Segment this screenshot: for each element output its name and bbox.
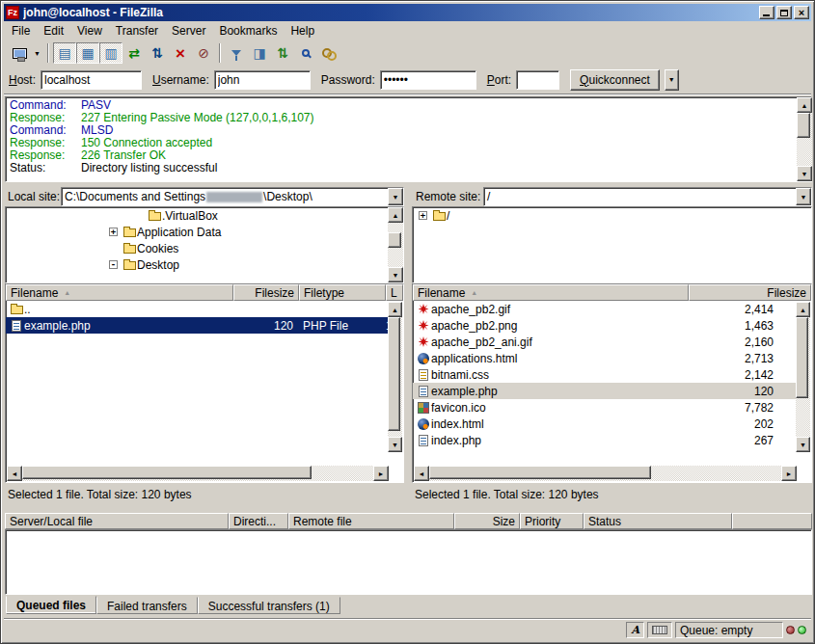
process-queue-button[interactable] (146, 42, 169, 64)
site-manager-button[interactable] (8, 42, 31, 64)
scrollbar-thumb[interactable] (388, 317, 400, 431)
maximize-button[interactable] (776, 6, 792, 19)
column-header-filename[interactable]: Filename▲ (6, 284, 233, 301)
scrollbar-thumb[interactable] (429, 466, 651, 479)
column-header-server-local-file[interactable]: Server/Local file (5, 513, 229, 529)
menu-help[interactable]: Help (284, 22, 321, 40)
tab-successful-transfers[interactable]: Successful transfers (1) (198, 597, 340, 614)
menu-edit[interactable]: Edit (37, 22, 70, 40)
tree-item[interactable]: + / (413, 207, 811, 224)
scrollbar-track[interactable] (388, 223, 403, 267)
local-tree-vertical-scrollbar[interactable]: ▲ ▼ (388, 207, 403, 282)
column-header-modified[interactable]: L (386, 284, 403, 301)
file-row[interactable]: bitnami.css2,142 (413, 366, 811, 383)
file-row[interactable]: apache_pb2.png1,463 (413, 317, 811, 334)
file-row[interactable]: apache_pb2_ani.gif2,160 (413, 334, 811, 350)
scrollbar-thumb[interactable] (797, 113, 810, 138)
scroll-down-icon[interactable]: ▼ (388, 437, 402, 452)
tree-item[interactable]: .VirtualBox (6, 207, 388, 224)
scrollbar-track[interactable] (797, 113, 812, 166)
column-header-filetype[interactable]: Filetype (299, 284, 386, 301)
scroll-up-icon[interactable]: ▲ (797, 97, 812, 113)
scrollbar-thumb[interactable] (388, 232, 401, 248)
remote-site-combo[interactable]: / (483, 187, 812, 206)
username-input[interactable] (214, 70, 311, 90)
scroll-down-icon[interactable]: ▼ (388, 267, 403, 282)
file-row-selected[interactable]: example.php 120 PHP File 1 (6, 317, 389, 334)
scroll-left-icon[interactable]: ◄ (414, 466, 429, 481)
scroll-up-icon[interactable]: ▲ (796, 302, 810, 317)
close-button[interactable]: × (794, 6, 809, 19)
column-header-size[interactable]: Size (454, 513, 520, 529)
scrollbar-track[interactable] (22, 466, 373, 481)
remote-list-horizontal-scrollbar[interactable]: ◄ ► (414, 466, 797, 481)
toggle-local-tree-button[interactable] (76, 42, 99, 64)
file-row[interactable]: index.php267 (413, 432, 811, 448)
log-vertical-scrollbar[interactable]: ▲ ▼ (797, 97, 812, 181)
remote-combo-dropdown-icon[interactable] (796, 188, 811, 205)
scroll-up-icon[interactable]: ▲ (388, 207, 403, 223)
collapse-icon[interactable]: - (109, 260, 118, 269)
menu-server[interactable]: Server (165, 22, 212, 40)
local-combo-dropdown-icon[interactable] (388, 188, 403, 205)
keys-button[interactable] (317, 42, 340, 64)
local-site-combo[interactable]: C:\Documents and Settings\Desktop\ (61, 187, 404, 206)
sync-browsing-button[interactable] (271, 42, 294, 64)
menu-transfer[interactable]: Transfer (109, 22, 165, 40)
title-bar[interactable]: Fz john@localhost - FileZilla × (4, 4, 811, 21)
scrollbar-thumb[interactable] (22, 466, 312, 479)
file-row-selected[interactable]: example.php120 (413, 383, 797, 399)
scrollbar-track[interactable] (429, 466, 781, 481)
cancel-button[interactable] (169, 42, 192, 64)
expand-icon[interactable]: + (109, 228, 118, 236)
scroll-right-icon[interactable]: ► (781, 466, 797, 481)
local-list-vertical-scrollbar[interactable]: ▲ ▼ (388, 302, 402, 452)
toggle-message-log-button[interactable] (53, 42, 76, 64)
compare-button[interactable] (248, 42, 271, 64)
disconnect-button[interactable] (192, 42, 215, 64)
menu-view[interactable]: View (70, 22, 109, 40)
expand-icon[interactable]: + (419, 211, 427, 220)
tab-queued-files[interactable]: Queued files (6, 596, 96, 614)
column-header-filesize[interactable]: Filesize (689, 284, 811, 301)
host-input[interactable] (41, 70, 142, 90)
scroll-right-icon[interactable]: ► (373, 466, 389, 481)
scroll-down-icon[interactable]: ▼ (797, 166, 812, 181)
local-file-list: Filename▲ Filesize Filetype L .. example… (5, 283, 404, 483)
file-row[interactable]: apache_pb2.gif2,414 (413, 301, 811, 317)
quickconnect-button[interactable]: Quickconnect (570, 69, 660, 91)
column-header-filesize[interactable]: Filesize (233, 284, 299, 301)
filter-button[interactable] (225, 42, 248, 64)
column-header-priority[interactable]: Priority (520, 513, 584, 529)
scrollbar-track[interactable] (388, 317, 402, 437)
tree-item[interactable]: Cookies (6, 240, 388, 256)
column-header-filename[interactable]: Filename▲ (413, 284, 689, 301)
menu-file[interactable]: File (5, 22, 37, 40)
tab-failed-transfers[interactable]: Failed transfers (96, 597, 198, 614)
tree-item[interactable]: - Desktop (6, 256, 388, 273)
find-files-button[interactable] (294, 42, 317, 64)
minimize-button[interactable] (759, 6, 774, 19)
scroll-up-icon[interactable]: ▲ (388, 302, 402, 317)
refresh-button[interactable] (122, 42, 146, 64)
password-input[interactable] (380, 70, 476, 90)
column-header-status[interactable]: Status (584, 513, 732, 529)
remote-list-vertical-scrollbar[interactable]: ▲ ▼ (796, 302, 810, 452)
tree-item[interactable]: + Application Data (6, 224, 388, 240)
site-manager-dropdown-icon[interactable] (31, 42, 43, 64)
file-row[interactable]: .. (6, 301, 403, 317)
file-row[interactable]: applications.html2,713 (413, 350, 811, 366)
toggle-queue-button[interactable] (99, 42, 122, 64)
port-input[interactable] (516, 70, 559, 90)
menu-bookmarks[interactable]: Bookmarks (212, 22, 284, 40)
file-row[interactable]: favicon.ico7,782 (413, 399, 811, 416)
column-header-direction[interactable]: Directi... (229, 513, 288, 529)
quickconnect-dropdown-icon[interactable] (665, 69, 679, 91)
scrollbar-thumb[interactable] (796, 317, 808, 398)
local-list-horizontal-scrollbar[interactable]: ◄ ► (7, 466, 389, 481)
scrollbar-track[interactable] (796, 317, 810, 437)
scroll-down-icon[interactable]: ▼ (796, 437, 810, 452)
column-header-remote-file[interactable]: Remote file (288, 513, 454, 529)
scroll-left-icon[interactable]: ◄ (7, 466, 22, 481)
file-row[interactable]: index.html202 (413, 416, 811, 432)
